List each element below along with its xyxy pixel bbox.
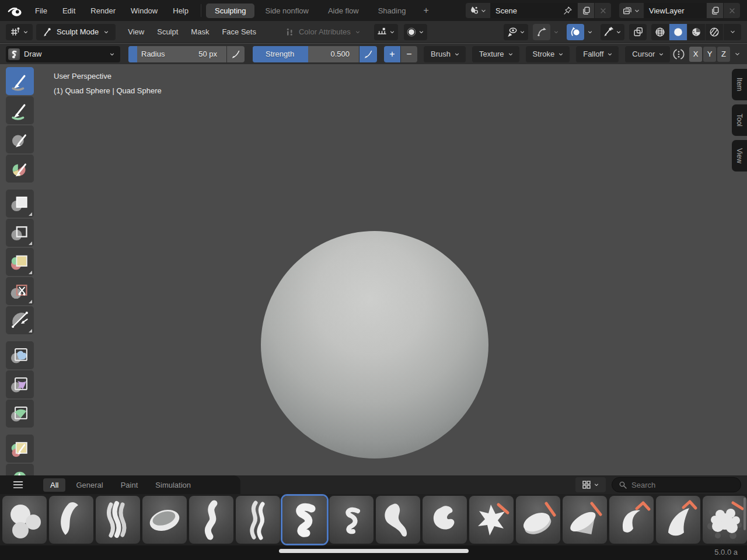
menu-help[interactable]: Help	[165, 0, 196, 21]
shelf-tab-paint[interactable]: Paint	[114, 478, 145, 492]
paint-brush-tool[interactable]	[6, 96, 34, 124]
shading-wireframe-button[interactable]	[651, 24, 669, 40]
symmetry-y-toggle[interactable]: Y	[703, 47, 716, 62]
shading-rendered-button[interactable]	[706, 24, 723, 40]
menu-render[interactable]: Render	[83, 0, 123, 21]
brush-asset-strips[interactable]	[96, 496, 140, 544]
increase-button[interactable]: +	[384, 46, 400, 62]
shelf-tab-all[interactable]: All	[43, 478, 65, 492]
hamburger-icon[interactable]	[12, 478, 25, 491]
panel-stroke[interactable]: Stroke	[526, 46, 570, 62]
box-trim-tool[interactable]	[6, 277, 34, 305]
box-faceset-tool[interactable]	[6, 248, 34, 276]
show-gizmo-dropdown[interactable]	[504, 24, 528, 40]
edit-faceset-tool[interactable]	[6, 435, 34, 463]
brush-asset-scurve[interactable]	[189, 496, 233, 544]
mask-brush-tool[interactable]	[6, 125, 34, 153]
brush-asset-bubbles[interactable]	[703, 496, 747, 544]
sidebar-tab-view[interactable]: View	[732, 140, 747, 172]
brush-asset-blob[interactable]	[423, 496, 467, 544]
color-filter-tool[interactable]	[6, 400, 34, 428]
shading-rendered-icon	[708, 26, 720, 38]
decrease-button[interactable]: −	[401, 46, 417, 62]
sidebar-tab-tool[interactable]: Tool	[732, 104, 747, 136]
radius-pressure-toggle[interactable]	[227, 46, 245, 62]
viewlayer-browse-button[interactable]	[619, 3, 644, 18]
eyedropper-dropdown[interactable]	[601, 24, 624, 40]
brush-selector[interactable]: Draw	[6, 46, 120, 62]
shading-solid-button[interactable]	[669, 24, 687, 40]
panel-brush[interactable]: Brush	[424, 46, 466, 62]
th-spheres-thumbnail	[2, 496, 47, 545]
scene-browse-button[interactable]	[466, 3, 490, 18]
brush-asset-dish[interactable]	[142, 496, 187, 544]
brush-asset-gourd[interactable]	[376, 496, 420, 544]
xray-toggle[interactable]	[629, 24, 647, 40]
radius-slider[interactable]: Radius 50 px	[128, 46, 226, 62]
add-workspace-button[interactable]: +	[416, 5, 435, 16]
strength-slider[interactable]: Strength 0.500	[253, 46, 359, 62]
brush-asset-disc-tilt[interactable]	[563, 496, 607, 544]
menu-sculpt[interactable]: Sculpt	[151, 27, 184, 36]
pin-icon[interactable]	[563, 6, 573, 15]
blender-logo-icon[interactable]	[7, 3, 23, 19]
quad-sphere-object[interactable]	[261, 231, 488, 459]
symmetry-x-toggle[interactable]: X	[689, 47, 702, 62]
strength-pressure-toggle[interactable]	[359, 46, 377, 62]
brush-asset-horn[interactable]	[656, 496, 700, 544]
shading-material-button[interactable]	[687, 24, 705, 40]
brush-asset-star[interactable]	[469, 496, 514, 544]
viewlayer-name-field[interactable]: ViewLayer	[644, 3, 706, 18]
panel-falloff[interactable]: Falloff	[576, 46, 619, 62]
workspace-tab-shading[interactable]: Shading	[369, 4, 415, 18]
faceset-brush-tool[interactable]	[6, 155, 34, 183]
scene-copy-button[interactable]	[578, 3, 594, 18]
shelf-tab-simulation[interactable]: Simulation	[148, 478, 198, 492]
brush-asset-squiggle[interactable]	[282, 496, 327, 544]
transform-gizmo-toggle[interactable]	[533, 24, 550, 40]
shelf-vertical-scrollbar[interactable]	[743, 498, 746, 530]
menu-edit[interactable]: Edit	[55, 0, 83, 21]
mode-dropdown[interactable]: Sculpt Mode	[36, 24, 116, 40]
menu-view[interactable]: View	[121, 27, 151, 36]
matcap-sphere-dropdown[interactable]	[404, 24, 427, 40]
workspace-tab-aide-flow[interactable]: Aide flow	[319, 4, 368, 18]
increment-snap-dropdown[interactable]	[374, 24, 398, 40]
workspace-tab-sculpting[interactable]: Sculpting	[206, 4, 254, 18]
scene-name-field[interactable]: Scene	[491, 3, 577, 18]
chevron-down-icon[interactable]	[734, 50, 741, 58]
overlays-toggle[interactable]	[567, 24, 584, 40]
viewlayer-copy-button[interactable]	[707, 3, 723, 18]
menu-file[interactable]: File	[27, 0, 55, 21]
cloth-filter-tool[interactable]	[6, 370, 34, 398]
matcap-sphere-icon	[406, 27, 417, 37]
draw-brush-tool[interactable]	[6, 67, 34, 95]
editor-type-button[interactable]	[6, 24, 33, 40]
menu-window[interactable]: Window	[123, 0, 165, 21]
shading-dropdown[interactable]	[724, 24, 741, 40]
box-mask-tool[interactable]	[6, 190, 34, 218]
brush-asset-spheres[interactable]	[2, 496, 47, 544]
workspace-tab-side-nonflow[interactable]: Side nonflow	[256, 4, 317, 18]
box-hide-tool[interactable]	[6, 219, 34, 247]
shelf-horizontal-scrollbar[interactable]	[279, 549, 469, 553]
radius-label: Radius	[141, 50, 165, 58]
sidebar-tab-item[interactable]: Item	[732, 69, 747, 100]
brush-asset-row[interactable]	[0, 494, 747, 545]
menu-mask[interactable]: Mask	[184, 27, 215, 36]
brush-asset-scurve2[interactable]	[236, 496, 280, 544]
panel-cursor[interactable]: Cursor	[625, 46, 670, 62]
brush-asset-crescent[interactable]	[609, 496, 654, 544]
panel-texture[interactable]: Texture	[472, 46, 519, 62]
brush-asset-squiggle-thin[interactable]	[329, 496, 374, 544]
brush-asset-disc[interactable]	[516, 496, 560, 544]
shelf-search[interactable]	[612, 477, 741, 492]
symmetry-z-toggle[interactable]: Z	[717, 47, 730, 62]
line-project-tool[interactable]	[6, 306, 34, 334]
mesh-filter-tool[interactable]	[6, 341, 34, 369]
shelf-tab-general[interactable]: General	[69, 478, 110, 492]
display-mode-dropdown[interactable]	[575, 477, 606, 492]
search-input[interactable]	[631, 481, 735, 489]
menu-face-sets[interactable]: Face Sets	[215, 27, 263, 36]
brush-asset-ridge[interactable]	[49, 496, 93, 544]
